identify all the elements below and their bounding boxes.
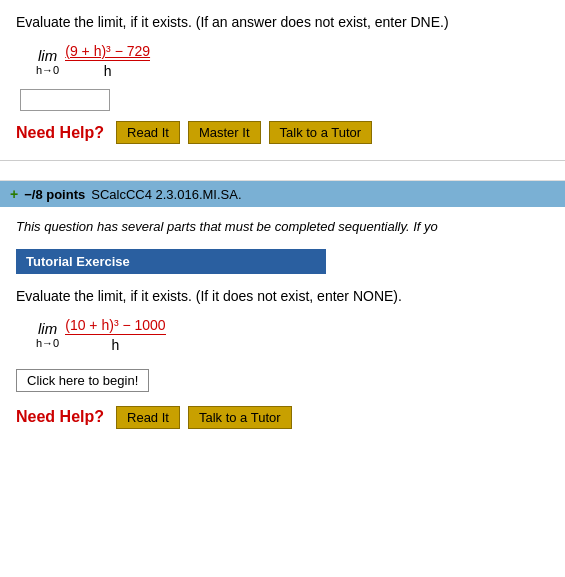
section2-header: + −/8 points SCalcCC4 2.3.016.MI.SA. <box>0 181 565 207</box>
ref-text: SCalcCC4 2.3.016.MI.SA. <box>91 187 241 202</box>
master-it-button-1[interactable]: Master It <box>188 121 261 144</box>
need-help-label-2: Need Help? <box>16 408 104 426</box>
begin-btn-container: Click here to begin! <box>16 369 549 402</box>
denominator-1: h <box>104 61 112 79</box>
need-help-row-1: Need Help? Read It Master It Talk to a T… <box>16 121 549 144</box>
answer-box-1 <box>20 89 549 111</box>
points-text: −/8 points <box>24 187 85 202</box>
lim-block-1: lim h→0 <box>36 47 59 76</box>
fraction-2: (10 + h)³ − 1000 h <box>65 317 165 353</box>
problem-statement-2: Evaluate the limit, if it exists. (If it… <box>16 286 549 307</box>
talk-to-tutor-button-1[interactable]: Talk to a Tutor <box>269 121 373 144</box>
numerator-2: (10 + h)³ − 1000 <box>65 317 165 335</box>
problem-statement-1: Evaluate the limit, if it exists. (If an… <box>16 12 549 33</box>
need-help-label-1: Need Help? <box>16 124 104 142</box>
limit-expression-1: lim h→0 (9 + h)³ − 729 h <box>36 43 150 79</box>
read-it-button-2[interactable]: Read It <box>116 406 180 429</box>
section2-body: This question has several parts that mus… <box>0 207 565 443</box>
denominator-2: h <box>112 335 120 353</box>
section2: + −/8 points SCalcCC4 2.3.016.MI.SA. Thi… <box>0 181 565 443</box>
tutorial-box: Tutorial Exercise <box>16 249 326 274</box>
answer-input-1[interactable] <box>20 89 110 111</box>
fraction-1: (9 + h)³ − 729 h <box>65 43 150 79</box>
begin-button[interactable]: Click here to begin! <box>16 369 149 392</box>
lim-word-2: lim <box>38 320 57 337</box>
lim-sub-1: h→0 <box>36 64 59 76</box>
numerator-1: (9 + h)³ − 729 <box>65 43 150 61</box>
sequential-note: This question has several parts that mus… <box>16 217 549 237</box>
plus-icon: + <box>10 186 18 202</box>
lim-word-1: lim <box>38 47 57 64</box>
separator <box>0 161 565 181</box>
talk-to-tutor-button-2[interactable]: Talk to a Tutor <box>188 406 292 429</box>
lim-sub-2: h→0 <box>36 337 59 349</box>
lim-block-2: lim h→0 <box>36 320 59 349</box>
section1: Evaluate the limit, if it exists. (If an… <box>0 0 565 161</box>
limit-expression-2: lim h→0 (10 + h)³ − 1000 h <box>36 317 166 353</box>
need-help-row-2: Need Help? Read It Talk to a Tutor <box>16 406 549 429</box>
read-it-button-1[interactable]: Read It <box>116 121 180 144</box>
